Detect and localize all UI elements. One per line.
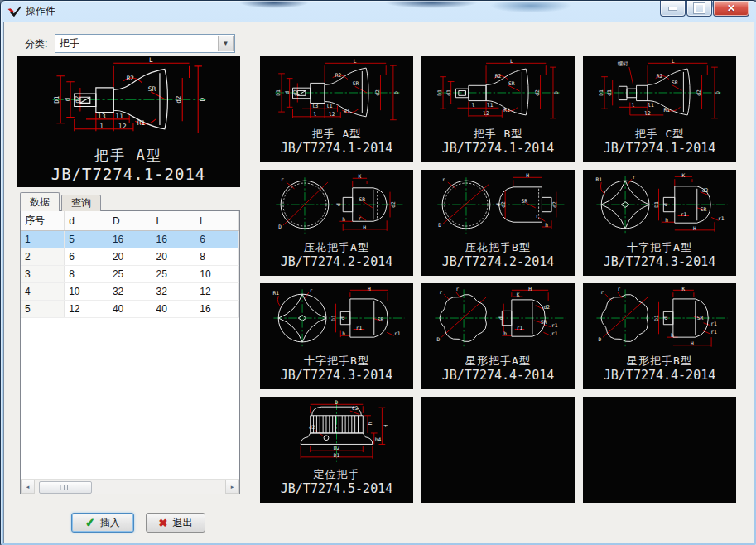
chevron-down-icon[interactable]: ▼ [218, 36, 234, 51]
svg-text:d: d [662, 316, 668, 320]
svg-text:D: D [438, 222, 441, 228]
thumbnail-cell[interactable]: rDKdSRd2hrH压花把手A型JB/T7274.2-2014 [260, 170, 413, 276]
tab-data[interactable]: 数据 [20, 192, 60, 211]
scroll-right-icon[interactable]: ▸ [225, 480, 239, 494]
table-cell[interactable]: 5 [21, 301, 65, 318]
table-cell[interactable]: 8 [65, 266, 108, 283]
svg-text:r: r [633, 174, 636, 180]
svg-text:h: h [342, 216, 345, 222]
thumbnail-cell[interactable]: R1rHD1dSRr1hr1十字把手B型JB/T7274.3-2014 [260, 283, 413, 389]
svg-text:D: D [393, 91, 399, 94]
scroll-left-icon[interactable]: ◂ [21, 480, 35, 494]
table-row[interactable]: 410323212 [21, 283, 239, 301]
table-cell[interactable]: 3 [21, 266, 65, 283]
tab-query[interactable]: 查询 [61, 195, 101, 211]
svg-text:r: r [359, 215, 362, 221]
table-cell[interactable]: 12 [65, 301, 108, 318]
svg-text:r1: r1 [681, 211, 687, 217]
table-cell[interactable]: 25 [108, 266, 152, 283]
thumbnail-cell[interactable]: LR2SRD1d1d2DR1ll1l2把手 B型JB/T7274.1-2014 [421, 56, 575, 162]
table-cell[interactable]: 10 [195, 266, 239, 283]
table-cell[interactable]: 4 [21, 283, 65, 301]
table-cell[interactable]: 16 [152, 231, 195, 248]
table-cell[interactable]: 16 [108, 231, 152, 248]
table-row[interactable]: 512404016 [21, 301, 239, 318]
svg-text:D1: D1 [53, 95, 60, 104]
thumbnail-standard: JB/T7274.1-2014 [583, 141, 736, 156]
table-cell[interactable]: 8 [195, 248, 239, 266]
thumbnail-cell[interactable]: LR2SRD1dd2l3l1ll2R1d2D把手 A型JB/T7274.1-20… [260, 56, 413, 162]
table-cell[interactable]: 32 [108, 283, 152, 301]
svg-text:r1: r1 [394, 330, 401, 336]
thumbnail-grid: LR2SRD1dd2l3l1ll2R1d2D把手 A型JB/T7274.1-20… [260, 56, 744, 503]
thumbnail-cell[interactable]: rDHd2dSRd2rh压花把手B型JB/T7274.2-2014 [421, 170, 575, 276]
svg-text:r1: r1 [718, 215, 725, 221]
table-row[interactable]: 38252510 [21, 266, 239, 283]
thumbnail-cell[interactable]: DC2hHd2D2D1h4定位把手JB/T7274.5-2014 [260, 397, 413, 503]
svg-text:R2: R2 [127, 75, 134, 82]
svg-text:h: h [367, 422, 373, 425]
svg-text:r: r [455, 286, 459, 292]
svg-text:d2: d2 [390, 201, 396, 208]
svg-text:H: H [526, 172, 529, 178]
thumbnail-cell[interactable]: 螺钉LR2SRD1d1d2Dll1l2R1把手 C型JB/T7274.1-201… [583, 56, 736, 162]
horizontal-scrollbar[interactable]: ◂ ▸ [21, 479, 239, 494]
svg-text:K: K [682, 172, 686, 178]
thumbnail-title: 星形把手A型 [421, 354, 575, 368]
category-select[interactable]: 把手 ▼ [55, 34, 235, 53]
svg-text:r: r [536, 213, 539, 219]
table-cell[interactable]: 5 [65, 231, 108, 248]
svg-text:d: d [284, 91, 290, 94]
thumbnail-title: 压花把手B型 [421, 240, 575, 254]
table-cell[interactable]: 40 [108, 301, 152, 318]
table-row[interactable]: 2620208 [21, 248, 239, 266]
thumbnail-standard: JB/T7274.2-2014 [421, 254, 575, 269]
svg-text:D1: D1 [275, 89, 281, 96]
insert-button[interactable]: ✔ 插入 [71, 513, 134, 533]
cad-drawing: rrDKD1dSRr1r1hH [584, 284, 735, 354]
scrollbar-thumb[interactable] [39, 481, 92, 494]
svg-text:d2: d2 [292, 89, 298, 96]
table-cell[interactable]: 16 [195, 301, 239, 318]
svg-text:R1: R1 [503, 107, 510, 113]
titlebar[interactable]: 操作件 ✕ [1, 1, 756, 22]
minimize-icon [668, 7, 677, 11]
svg-text:l2: l2 [118, 123, 126, 130]
table-row[interactable]: 1516166 [21, 231, 239, 248]
svg-text:r1: r1 [551, 330, 558, 336]
table-cell[interactable]: 12 [195, 283, 239, 301]
table-cell[interactable]: 1 [21, 231, 65, 248]
table-cell[interactable]: 10 [65, 283, 108, 301]
table-cell[interactable]: 2 [21, 248, 65, 266]
svg-text:h: h [503, 330, 507, 336]
thumbnail-standard: JB/T7274.1-2014 [260, 141, 413, 156]
thumbnail-cell[interactable]: rrDKD1dSRr1r1hH星形把手B型JB/T7274.4-2014 [583, 283, 736, 389]
svg-text:D1: D1 [653, 201, 659, 208]
minimize-button[interactable] [660, 1, 686, 17]
maximize-icon [694, 3, 705, 13]
table-cell[interactable]: 20 [152, 248, 195, 266]
svg-text:H: H [363, 224, 366, 230]
thumbnail-cell[interactable]: R1rKD1dd2SRr1hHr1十字把手A型JB/T7274.3-2014 [583, 170, 736, 276]
table-cell[interactable]: 40 [152, 301, 195, 318]
maximize-button[interactable] [686, 1, 712, 17]
thumbnail-cell[interactable]: rrDHKdd2SRr1hr1r1星形把手A型JB/T7274.4-2014 [421, 283, 575, 389]
svg-text:K: K [359, 173, 362, 179]
table-cell[interactable]: 6 [195, 231, 239, 248]
table-cell[interactable]: 6 [65, 248, 108, 266]
table-cell[interactable]: 20 [108, 248, 152, 266]
svg-text:d2: d2 [702, 187, 709, 193]
table-cell[interactable]: 32 [152, 283, 195, 301]
svg-text:r1: r1 [551, 322, 558, 328]
dialog-window: 操作件 ✕ 分类: 把手 ▼ LR2SRD1dd2l3l1ll2R1d2D 把手… [0, 0, 756, 545]
thumbnail-standard: JB/T7274.1-2014 [421, 141, 575, 156]
svg-text:SR: SR [522, 198, 528, 204]
svg-text:K: K [517, 292, 520, 297]
svg-text:L: L [672, 58, 675, 64]
table-cell[interactable]: 25 [152, 266, 195, 283]
close-button[interactable]: ✕ [713, 1, 749, 17]
exit-button[interactable]: ✖ 退出 [146, 513, 205, 533]
svg-text:d2: d2 [175, 96, 182, 104]
thumbnail-title: 把手 C型 [583, 127, 736, 141]
svg-text:SR: SR [353, 80, 359, 86]
